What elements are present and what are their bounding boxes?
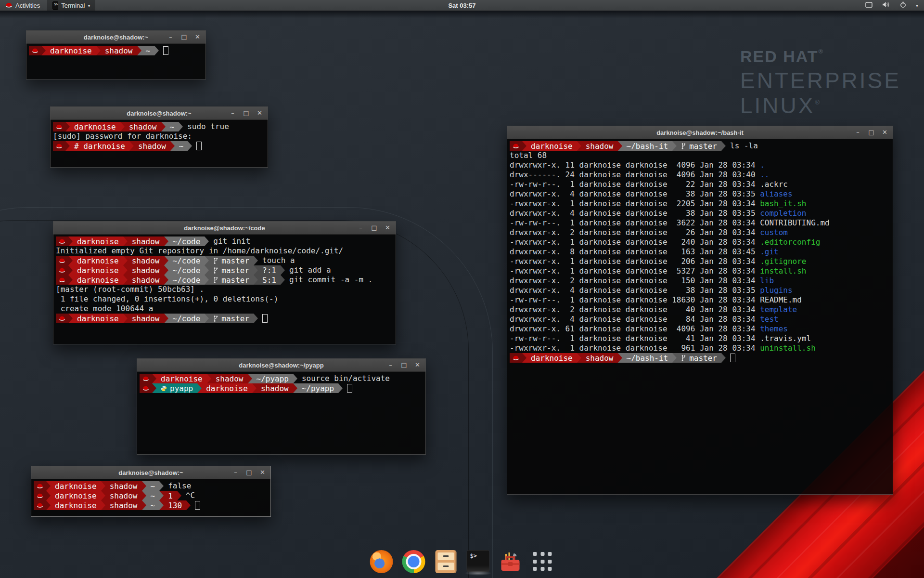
prompt-segment-path: ~ [146, 500, 160, 510]
prompt-segment-user: darknoise [51, 491, 101, 500]
active-app-glow [465, 571, 492, 576]
file-name: .travis.yml [760, 334, 811, 343]
terminal-cursor [163, 46, 168, 55]
terminal-cursor [730, 354, 735, 362]
terminal-body[interactable]: darknoiseshadow~sudo true[sudo] password… [51, 120, 268, 151]
minimize-button[interactable]: – [387, 359, 394, 371]
powerline-separator [152, 374, 156, 383]
terminal-body[interactable]: darknoiseshadow~/codegit initInitialized… [53, 235, 396, 323]
powerline-separator [101, 481, 105, 491]
redhat-icon [142, 376, 149, 381]
redhat-icon [59, 268, 65, 273]
maximize-button[interactable]: □ [401, 359, 407, 371]
redhat-icon [56, 144, 63, 148]
app-menu-label: Terminal [61, 2, 85, 9]
terminal-output-line: drwxrwxr-x. 4 darknoise darknoise 38 Jan… [510, 286, 893, 295]
terminal-body[interactable]: darknoiseshadow~ [26, 44, 205, 55]
powerline-separator [205, 275, 209, 285]
terminal-output-line: -rwxrwxr-x. 1 darknoise darknoise 5327 J… [510, 266, 893, 276]
minimize-button[interactable]: – [167, 31, 174, 43]
titlebar[interactable]: darknoise@shadow:~ – □ ✕ [26, 31, 205, 44]
terminal-body[interactable]: darknoiseshadow~/bash-itmasterls -latota… [507, 139, 893, 363]
powerline-separator [205, 265, 209, 275]
titlebar[interactable]: darknoise@shadow:~/code – □ ✕ [53, 222, 396, 235]
prompt-segment-host: shadow [128, 275, 164, 285]
close-button[interactable]: ✕ [882, 126, 888, 139]
titlebar[interactable]: darknoise@shadow:~ – □ ✕ [51, 107, 268, 120]
close-button[interactable]: ✕ [385, 222, 391, 234]
titlebar[interactable]: darknoise@shadow:~/pyapp – □ ✕ [137, 359, 425, 372]
close-button[interactable]: ✕ [259, 466, 266, 479]
prompt-segment-git2: S:1 [258, 275, 281, 285]
terminal-output-line: [master (root-commit) 50bcb63] . [56, 285, 396, 294]
close-button[interactable]: ✕ [414, 359, 421, 371]
powerline-separator [721, 353, 726, 363]
terminal-body[interactable]: darknoiseshadow~falsedarknoiseshadow~1^C… [31, 479, 270, 510]
titlebar[interactable]: darknoise@shadow:~/bash-it – □ ✕ [507, 126, 893, 139]
activities-button[interactable]: Activities [0, 0, 45, 11]
activities-label: Activities [15, 2, 40, 9]
redhat-icon [37, 503, 43, 508]
dock-item-toolbox[interactable] [499, 550, 522, 573]
redhat-logo-icon [5, 2, 13, 9]
redhat-icon [59, 316, 65, 321]
terminal-body[interactable]: darknoiseshadow~/pyappsource bin/activat… [137, 372, 425, 393]
maximize-button[interactable]: □ [868, 126, 874, 139]
prompt-segment-host: shadow [128, 314, 164, 323]
system-status-area[interactable]: ▾ [860, 0, 924, 11]
minimize-button[interactable]: – [855, 126, 861, 139]
terminal-prompt-line: darknoiseshadow~/bash-itmasterls -la [510, 141, 893, 151]
file-name: uninstall.sh [760, 343, 816, 353]
maximize-button[interactable]: □ [371, 222, 377, 234]
prompt-segment-host: shadow [128, 265, 164, 275]
dock-item-chrome[interactable] [402, 550, 425, 573]
minimize-button[interactable]: – [358, 222, 364, 234]
close-button[interactable]: ✕ [194, 31, 201, 43]
git-branch-icon [213, 267, 218, 274]
screen-icon [865, 2, 873, 9]
maximize-button[interactable]: □ [243, 107, 249, 119]
prompt-segment-git: master [209, 265, 254, 275]
titlebar[interactable]: darknoise@shadow:~ – □ ✕ [31, 466, 270, 479]
powerline-separator [142, 481, 146, 491]
prompt-segment-chip [53, 141, 65, 151]
prompt-segment-host: shadow [211, 374, 248, 383]
file-name: .git [760, 247, 779, 256]
minimize-button[interactable]: – [232, 466, 239, 479]
prompt-segment-host: shadow [105, 481, 142, 491]
powerline-separator [577, 141, 581, 151]
powerline-separator [68, 265, 73, 275]
powerline-separator [577, 353, 581, 363]
close-button[interactable]: ✕ [257, 107, 263, 119]
dock-item-firefox[interactable] [370, 550, 393, 573]
terminal-cursor [262, 314, 268, 323]
maximize-button[interactable]: □ [246, 466, 252, 479]
powerline-separator [618, 141, 622, 151]
powerline-separator [672, 353, 677, 363]
prompt-segment-git: master [209, 275, 254, 285]
prompt-segment-path: ~ [146, 481, 160, 491]
dock-item-app-grid[interactable] [531, 550, 554, 573]
clock[interactable]: Sat 03:57 [0, 2, 924, 9]
terminal-window-code: darknoise@shadow:~/code – □ ✕ darknoises… [53, 221, 396, 344]
maximize-button[interactable]: □ [181, 31, 187, 43]
terminal-prompt-line: darknoiseshadow~/pyappsource bin/activat… [140, 374, 425, 383]
terminal-window-bash-it: darknoise@shadow:~/bash-it – □ ✕ darknoi… [507, 126, 893, 495]
terminal-prompt-line: darknoiseshadow~/codegit init [56, 236, 396, 246]
terminal-prompt-line: darknoiseshadow~sudo true [53, 122, 268, 131]
prompt-segment-chip [29, 46, 41, 55]
terminal-output-line: drwxrwxr-x. 4 darknoise darknoise 38 Jan… [510, 189, 893, 199]
prompt-segment-chip [34, 491, 46, 500]
minimize-button[interactable]: – [230, 107, 236, 119]
powerline-separator [154, 46, 159, 55]
dock-item-files[interactable] [435, 550, 458, 573]
powerline-separator [207, 374, 211, 383]
dock-item-terminal[interactable]: $> [467, 550, 490, 573]
app-menu-terminal[interactable]: $> Terminal ▾ [47, 0, 95, 11]
prompt-segment-chip [140, 374, 152, 383]
powerline-separator [123, 314, 128, 323]
terminal-output-line: drwx------. 24 darknoise darknoise 4096 … [510, 170, 893, 180]
prompt-segment-chip [510, 353, 522, 363]
prompt-segment-host: shadow [125, 122, 161, 131]
prompt-segment-user: darknoise [51, 481, 101, 491]
